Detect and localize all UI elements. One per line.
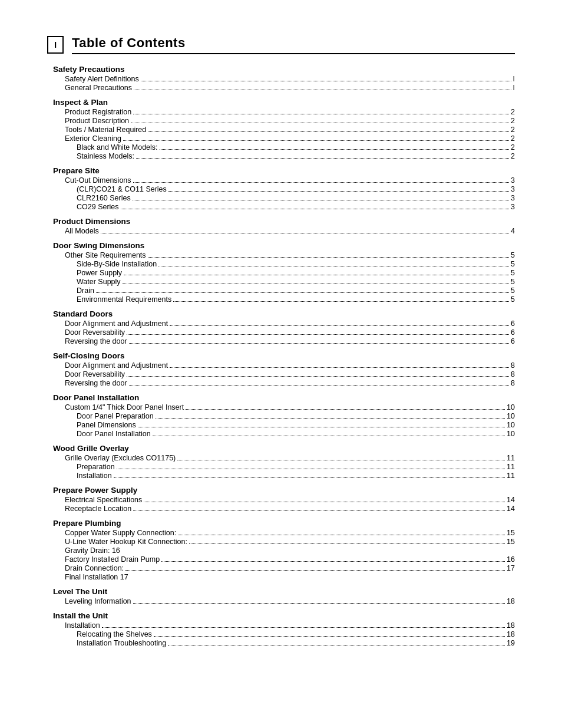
toc-entry: Receptacle Location14 — [65, 505, 515, 513]
toc-page-number: 5 — [511, 251, 515, 259]
toc-dots — [186, 409, 505, 410]
toc-entry: Grille Overlay (Excludes CO1175)11 — [65, 454, 515, 462]
toc-dots — [117, 469, 505, 469]
toc-page-number: 3 — [511, 203, 515, 211]
toc-dots — [177, 460, 505, 460]
toc-entry: Cut-Out Dimensions3 — [65, 176, 515, 185]
toc-entry-text: Door Alignment and Adjustment — [65, 361, 168, 370]
toc-dots — [148, 131, 509, 132]
toc-entry-text: Receptacle Location — [65, 505, 131, 513]
section-heading-8: Wood Grille Overlay — [53, 444, 515, 453]
toc-entry: General PrecautionsI — [65, 84, 515, 92]
toc-entry-text: Door Panel Preparation — [77, 412, 154, 420]
toc-page-number: 5 — [511, 269, 515, 277]
toc-entry-text: Water Supply — [77, 278, 121, 286]
toc-entry: Installation Troubleshooting19 — [77, 639, 515, 647]
toc-entry: Drain Connection:17 — [65, 564, 515, 572]
toc-entry: Door Panel Preparation10 — [77, 412, 515, 420]
toc-dots — [133, 182, 510, 183]
toc-page-number: 6 — [511, 328, 515, 337]
toc-entry: Exterior Cleaning2 — [65, 134, 515, 143]
toc-entry-text: Panel Dimensions — [77, 421, 136, 429]
toc-dots — [138, 427, 505, 427]
toc-dots — [170, 325, 509, 326]
toc-entry: Gravity Drain: 16 — [65, 546, 515, 555]
toc-page-number: 2 — [511, 126, 515, 134]
toc-page-number: 2 — [511, 134, 515, 143]
toc-dots — [168, 645, 505, 645]
toc-entry-text: Gravity Drain: 16 — [65, 546, 120, 555]
toc-entry-text: Installation — [65, 621, 100, 630]
toc-entry: Panel Dimensions10 — [77, 421, 515, 429]
toc-entry: Product Registration2 — [65, 108, 515, 116]
toc-page-number: 6 — [511, 337, 515, 345]
toc-page-number: 5 — [511, 260, 515, 268]
toc-entry: Installation18 — [65, 621, 515, 630]
toc-dots — [129, 385, 509, 386]
toc-entry: CLR2160 Series3 — [77, 194, 515, 202]
section-heading-3: Product Dimensions — [53, 217, 515, 226]
toc-entry-text: All Models — [65, 227, 99, 235]
section-heading-10: Prepare Plumbing — [53, 519, 515, 528]
section-heading-9: Prepare Power Supply — [53, 486, 515, 495]
section-heading-5: Standard Doors — [53, 309, 515, 318]
toc-dots — [189, 543, 505, 544]
toc-entry: Final Installation 17 — [65, 573, 515, 581]
toc-dots — [153, 436, 505, 436]
toc-entry-text: Black and White Models: — [77, 143, 158, 151]
toc-title: Table of Contents — [72, 35, 515, 54]
toc-entry: Relocating the Shelves18 — [77, 630, 515, 638]
toc-entry-text: Power Supply — [77, 269, 122, 277]
toc-entry-text: Door Panel Installation — [77, 430, 151, 438]
toc-dots — [161, 561, 505, 562]
toc-entry-text: Installation — [77, 472, 112, 480]
toc-entry: Preparation11 — [77, 463, 515, 471]
toc-entry-text: Safety Alert Definitions — [65, 75, 139, 83]
toc-dots — [123, 284, 509, 284]
toc-dots — [178, 535, 505, 535]
toc-dots — [133, 603, 505, 604]
toc-page-number: 16 — [507, 555, 515, 564]
toc-page-number: 5 — [511, 286, 515, 295]
toc-page-number: 11 — [507, 472, 515, 480]
toc-entry: All Models4 — [65, 227, 515, 235]
toc-page-number: 2 — [511, 152, 515, 160]
toc-entry: Other Site Requirements5 — [65, 251, 515, 259]
toc-page-number: 18 — [507, 630, 515, 638]
toc-entry: Reversing the door8 — [65, 379, 515, 387]
toc-entry-text: Reversing the door — [65, 337, 127, 345]
toc-dots — [131, 123, 509, 123]
toc-entry-text: Installation Troubleshooting — [77, 639, 166, 647]
section-heading-1: Inspect & Plan — [53, 98, 515, 107]
toc-entry: Door Reversability8 — [65, 370, 515, 378]
toc-entry-text: Other Site Requirements — [65, 251, 146, 259]
toc-dots — [101, 233, 509, 233]
toc-entry: Door Reversability6 — [65, 328, 515, 337]
toc-page-number: 17 — [507, 564, 515, 572]
toc-dots — [141, 81, 511, 81]
toc-dots — [124, 275, 509, 275]
toc-dots — [123, 140, 509, 141]
toc-page-number: 2 — [511, 117, 515, 125]
toc-dots — [134, 90, 511, 90]
toc-entry: Installation11 — [77, 472, 515, 480]
toc-entry-text: Cut-Out Dimensions — [65, 176, 131, 185]
toc-page-number: 5 — [511, 295, 515, 304]
toc-page-number: 6 — [511, 319, 515, 328]
toc-entry: U-Line Water Hookup Kit Connection:15 — [65, 538, 515, 546]
toc-entry-text: Drain Connection: — [65, 564, 124, 572]
toc-dots — [125, 570, 505, 571]
toc-entry-text: Side-By-Side Installation — [77, 260, 157, 268]
toc-page-number: 8 — [511, 379, 515, 387]
toc-entry: Environmental Requirements5 — [77, 295, 515, 304]
toc-entry-text: Leveling Information — [65, 597, 131, 605]
section-heading-4: Door Swing Dimensions — [53, 241, 515, 250]
toc-entry: Water Supply5 — [77, 278, 515, 286]
section-heading-12: Install the Unit — [53, 611, 515, 620]
toc-dots — [148, 257, 509, 258]
toc-entry: Door Panel Installation10 — [77, 430, 515, 438]
toc-page-number: 10 — [507, 403, 515, 411]
toc-entry: Black and White Models:2 — [77, 143, 515, 151]
toc-page-number: 10 — [507, 412, 515, 420]
toc-page-number: 15 — [507, 538, 515, 546]
